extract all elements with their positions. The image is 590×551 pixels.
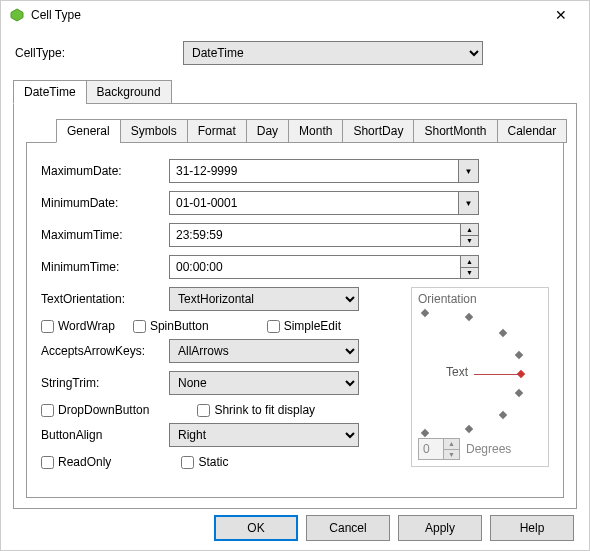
string-trim-select[interactable]: None (169, 371, 359, 395)
minimum-time-field[interactable]: ▲ ▼ (169, 255, 479, 279)
cancel-button[interactable]: Cancel (306, 515, 390, 541)
tab-day[interactable]: Day (246, 119, 289, 143)
shrinktoFit-checkbox[interactable]: Shrink to fit display (197, 403, 315, 417)
tab-format[interactable]: Format (187, 119, 247, 143)
tab-shortday[interactable]: ShortDay (342, 119, 414, 143)
text-orientation-row: TextOrientation: TextHorizontal (41, 287, 397, 311)
simpleedit-checkbox[interactable]: SimpleEdit (267, 319, 341, 333)
maximum-date-input[interactable] (170, 160, 458, 182)
button-align-select[interactable]: Right (169, 423, 359, 447)
lower-section: TextOrientation: TextHorizontal WordWrap (41, 287, 549, 475)
apply-button[interactable]: Apply (398, 515, 482, 541)
spinbutton-checkbox[interactable]: SpinButton (133, 319, 209, 333)
tab-calendar[interactable]: Calendar (497, 119, 568, 143)
orientation-arc[interactable]: Text (418, 308, 544, 434)
minimum-time-label: MinimumTime: (41, 260, 169, 274)
celltype-select[interactable]: DateTime (183, 41, 483, 65)
window-title: Cell Type (31, 8, 541, 22)
help-button[interactable]: Help (490, 515, 574, 541)
spin-up-icon[interactable]: ▲ (461, 256, 478, 268)
app-icon (9, 7, 25, 23)
wordwrap-checkbox[interactable]: WordWrap (41, 319, 115, 333)
spin-up-icon[interactable]: ▲ (444, 439, 459, 450)
accepts-arrow-keys-select[interactable]: AllArrows (169, 339, 359, 363)
orientation-text-label: Text (446, 365, 468, 379)
maximum-time-input[interactable] (170, 224, 460, 246)
tab-month[interactable]: Month (288, 119, 343, 143)
tab-datetime[interactable]: DateTime (13, 80, 87, 104)
maximum-time-spin[interactable]: ▲ ▼ (460, 224, 478, 246)
dialog-button-bar: OK Cancel Apply Help (214, 515, 574, 541)
string-trim-row: StringTrim: None (41, 371, 397, 395)
titlebar: Cell Type ✕ (1, 1, 589, 29)
outer-tab-panel: General Symbols Format Day Month ShortDa… (13, 103, 577, 509)
maximum-date-row: MaximumDate: ▼ (41, 159, 549, 183)
readonly-checkbox[interactable]: ReadOnly (41, 455, 111, 469)
orientation-group: Orientation (411, 287, 549, 467)
orientation-degrees-label: Degrees (466, 442, 511, 456)
accepts-arrow-keys-label: AcceptsArrowKeys: (41, 344, 169, 358)
celltype-row: CellType: DateTime (13, 41, 577, 65)
chevron-down-icon: ▼ (465, 167, 473, 176)
tab-symbols[interactable]: Symbols (120, 119, 188, 143)
chevron-down-icon: ▼ (465, 199, 473, 208)
maximum-time-row: MaximumTime: ▲ ▼ (41, 223, 549, 247)
inner-tab-panel: MaximumDate: ▼ MinimumDate: ▼ (26, 142, 564, 498)
string-trim-label: StringTrim: (41, 376, 169, 390)
maximum-date-field[interactable]: ▼ (169, 159, 479, 183)
outer-tabs: DateTime Background General Symbols Form… (13, 79, 577, 509)
maximum-time-field[interactable]: ▲ ▼ (169, 223, 479, 247)
tab-background[interactable]: Background (86, 80, 172, 104)
minimum-time-row: MinimumTime: ▲ ▼ (41, 255, 549, 279)
minimum-date-dropdown-button[interactable]: ▼ (458, 192, 478, 214)
minimum-date-field[interactable]: ▼ (169, 191, 479, 215)
spin-up-icon[interactable]: ▲ (461, 224, 478, 236)
static-checkbox[interactable]: Static (181, 455, 228, 469)
spin-down-icon[interactable]: ▼ (461, 236, 478, 247)
accepts-arrow-keys-row: AcceptsArrowKeys: AllArrows (41, 339, 397, 363)
inner-tabs: General Symbols Format Day Month ShortDa… (26, 118, 564, 498)
orientation-degrees-input[interactable]: ▲ ▼ (418, 438, 460, 460)
maximum-time-label: MaximumTime: (41, 228, 169, 242)
spin-down-icon[interactable]: ▼ (444, 450, 459, 460)
maximum-date-dropdown-button[interactable]: ▼ (458, 160, 478, 182)
minimum-date-label: MinimumDate: (41, 196, 169, 210)
close-icon: ✕ (555, 7, 567, 23)
celltype-label: CellType: (13, 46, 183, 60)
minimum-time-input[interactable] (170, 256, 460, 278)
ok-button[interactable]: OK (214, 515, 298, 541)
tab-general[interactable]: General (56, 119, 121, 143)
maximum-date-label: MaximumDate: (41, 164, 169, 178)
svg-marker-0 (11, 9, 23, 21)
text-orientation-label: TextOrientation: (41, 292, 169, 306)
minimum-time-spin[interactable]: ▲ ▼ (460, 256, 478, 278)
dropdownbutton-checkbox[interactable]: DropDownButton (41, 403, 149, 417)
minimum-date-input[interactable] (170, 192, 458, 214)
button-align-row: ButtonAlign Right (41, 423, 397, 447)
minimum-date-row: MinimumDate: ▼ (41, 191, 549, 215)
orientation-title: Orientation (418, 292, 542, 306)
button-align-label: ButtonAlign (41, 428, 169, 442)
text-orientation-select[interactable]: TextHorizontal (169, 287, 359, 311)
spin-down-icon[interactable]: ▼ (461, 268, 478, 279)
close-button[interactable]: ✕ (541, 2, 581, 28)
tab-shortmonth[interactable]: ShortMonth (413, 119, 497, 143)
